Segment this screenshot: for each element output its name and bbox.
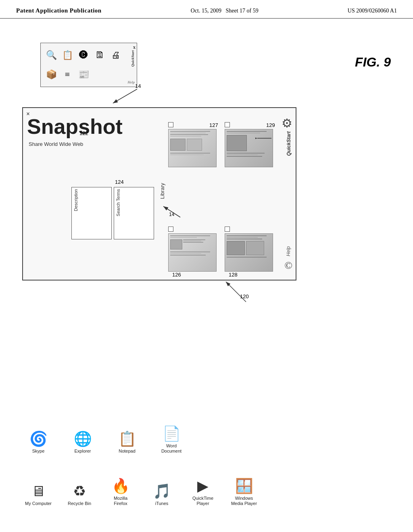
ref-124: 124 [115, 179, 124, 185]
checkbox-129[interactable] [225, 122, 230, 127]
toolbar-icon-4: 🖺 [92, 48, 107, 62]
skype-icon: 🌀 [29, 430, 48, 447]
mediaplayer-label: WindowsMedia Player [231, 496, 257, 506]
thumbnail-128 [225, 233, 273, 272]
arrow-qs-snapshot [255, 132, 275, 144]
description-input[interactable]: Description [71, 187, 112, 239]
thumb-container-128 [225, 227, 273, 272]
toolbar-icon-8: 📰 [76, 67, 91, 82]
quickstart-text-snapshot: QuickStart [286, 131, 292, 156]
itunes-icon: 🎵 [153, 483, 171, 500]
snapshot-dialog: × Snapshot Share World Wide Web 122 Desc… [22, 107, 296, 281]
help-text-snapshot: Help [286, 246, 291, 256]
taskbar-skype: 🌀 Skype [22, 430, 54, 454]
taskbar-row-2: 🖥 My Computer ♻ Recycle Bin 🔥 MozillaFir… [22, 478, 260, 506]
thumb-container-127 [168, 122, 217, 167]
thumb-container-126 [168, 227, 217, 272]
toolbar-icon-2: 📋 [60, 48, 75, 62]
snapshot-subtitle: Share World Wide Web [29, 141, 83, 147]
ref-14-top: 14 [135, 83, 141, 89]
taskbar-mycomputer: 🖥 My Computer [22, 483, 54, 506]
publication-number: US 2009/0260060 A1 [348, 8, 397, 14]
explorer-icon: 🌐 [74, 430, 92, 447]
description-label: Description [72, 187, 80, 213]
quicktime-label: QuickTimePlayer [192, 496, 213, 506]
toolbar-icon-3: 🅒 [76, 48, 91, 62]
svg-line-3 [163, 206, 180, 217]
ref-120: 120 [240, 293, 249, 299]
notepad-label: Notepad [119, 449, 136, 454]
firefox-label: MozillaFirefox [114, 496, 127, 506]
ref-129: 129 [266, 122, 275, 128]
publication-title: Patent Application Publication [16, 7, 102, 14]
mediaplayer-icon: 🪟 [235, 478, 253, 495]
taskbar-recyclebin: ♻ Recycle Bin [63, 483, 96, 506]
recyclebin-icon: ♻ [73, 483, 86, 500]
search-terms-label: Search Terms [114, 187, 122, 218]
quicktime-icon: ▶ [197, 478, 209, 495]
help-icon-snapshot: © [284, 260, 292, 272]
mycomputer-icon: 🖥 [31, 483, 46, 500]
skype-label: Skype [32, 449, 45, 454]
ref-127: 127 [209, 122, 218, 128]
svg-line-1 [113, 89, 137, 103]
publication-date: Oct. 15, 2009 Sheet 17 of 59 [191, 8, 259, 14]
checkbox-126[interactable] [168, 227, 173, 232]
small-toolbar-box: 🔍 📋 🅒 🖺 🖨 📦 ≡ 📰 x QuickStart Help [40, 43, 137, 87]
ref-126: 126 [172, 272, 181, 278]
taskbar-word: 📄 WordDocument [155, 425, 188, 454]
thumb-container-129 [225, 122, 273, 167]
arrow-120 [214, 276, 262, 308]
taskbar-firefox: 🔥 MozillaFirefox [104, 478, 137, 506]
arrow-library [160, 203, 184, 219]
taskbar-quicktime: ▶ QuickTimePlayer [187, 478, 219, 506]
explorer-label: Explorer [75, 449, 91, 454]
taskbar-mediaplayer: 🪟 WindowsMedia Player [228, 478, 260, 506]
toolbar-close-x[interactable]: x [133, 44, 136, 50]
word-label: WordDocument [161, 443, 181, 454]
page-content: FIG. 9 34 🔍 📋 🅒 🖺 🖨 📦 ≡ 📰 x QuickStart H… [0, 19, 413, 528]
toolbar-icon-1: 🔍 [44, 48, 58, 62]
library-label: Library [159, 183, 165, 199]
taskbar-row-1: 🌀 Skype 🌐 Explorer 📋 Notepad 📄 WordDocum… [22, 425, 188, 454]
itunes-label: iTunes [155, 501, 169, 506]
notepad-icon: 📋 [118, 430, 136, 447]
quickstart-icon-snapshot: ⚙ [282, 116, 292, 130]
snapshot-title: Snapshot [27, 116, 123, 137]
quickstart-label-small: QuickStart [131, 50, 135, 67]
toolbar-icon-7: ≡ [60, 67, 75, 82]
figure-label: FIG. 9 [355, 55, 391, 70]
thumbnail-126 [168, 233, 217, 272]
ref-122: 122 [79, 130, 88, 136]
mycomputer-label: My Computer [25, 501, 52, 506]
toolbar-icon-6: 📦 [44, 67, 58, 82]
word-icon: 📄 [163, 425, 181, 442]
taskbar-explorer: 🌐 Explorer [67, 430, 99, 454]
taskbar-itunes: 🎵 iTunes [146, 483, 178, 506]
taskbar-notepad: 📋 Notepad [111, 430, 143, 454]
recyclebin-label: Recycle Bin [68, 501, 91, 506]
checkbox-128[interactable] [225, 227, 230, 232]
search-terms-input[interactable]: Search Terms [114, 187, 154, 239]
firefox-icon: 🔥 [112, 478, 130, 495]
toolbar-icon-5: 🖨 [108, 48, 123, 62]
thumbnail-127 [168, 129, 217, 167]
page-header: Patent Application Publication Oct. 15, … [0, 0, 413, 19]
help-section-snapshot: Help © [284, 246, 292, 272]
checkbox-127[interactable] [168, 122, 173, 127]
